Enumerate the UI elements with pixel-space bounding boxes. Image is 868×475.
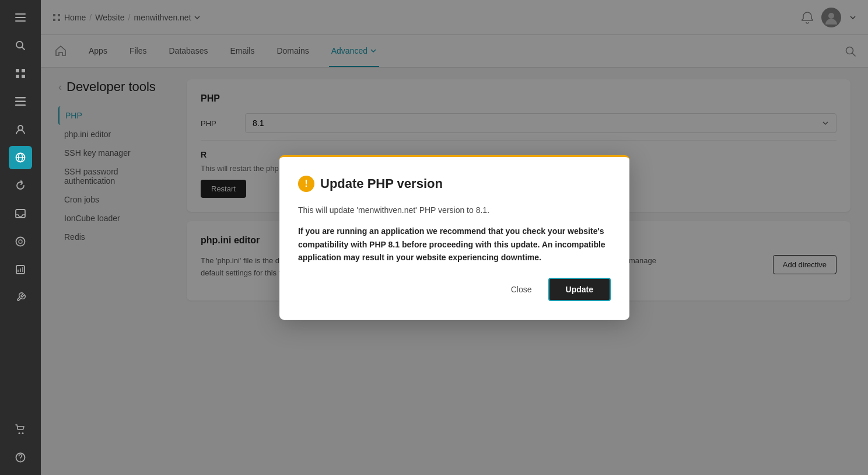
search-sidebar-icon[interactable] (9, 34, 32, 57)
inbox-sidebar-icon[interactable] (9, 202, 32, 225)
svg-point-23 (19, 432, 20, 434)
svg-point-26 (20, 460, 21, 461)
sidebar (0, 0, 41, 475)
svg-point-17 (16, 238, 25, 246)
svg-rect-0 (15, 13, 26, 15)
globe-sidebar-icon[interactable] (9, 146, 32, 169)
tools-sidebar-icon[interactable] (9, 286, 32, 309)
svg-rect-5 (16, 69, 19, 72)
user-sidebar-icon[interactable] (9, 118, 32, 141)
list-sidebar-icon[interactable] (9, 90, 32, 113)
svg-rect-7 (16, 75, 19, 78)
svg-rect-9 (15, 97, 26, 99)
dialog-body: This will update 'menwithven.net' PHP ve… (298, 204, 611, 264)
cart-sidebar-icon[interactable] (9, 418, 32, 441)
update-php-dialog: ! Update PHP version This will update 'm… (279, 155, 629, 320)
dialog-actions: Close Update (298, 278, 611, 301)
dialog-desc: This will update 'menwithven.net' PHP ve… (298, 204, 611, 216)
update-button[interactable]: Update (548, 278, 611, 301)
modal-overlay: ! Update PHP version This will update 'm… (41, 0, 868, 475)
svg-rect-1 (15, 17, 26, 18)
svg-rect-10 (15, 101, 26, 103)
svg-rect-8 (22, 75, 25, 78)
warning-icon: ! (298, 176, 314, 192)
svg-rect-2 (15, 20, 26, 22)
main-wrapper: Home / Website / menwithven.net Apps Fil… (41, 0, 868, 475)
menu-icon[interactable] (9, 6, 32, 29)
svg-rect-6 (22, 69, 25, 72)
profile-sidebar-icon[interactable] (9, 230, 32, 253)
svg-point-18 (19, 240, 22, 243)
dialog-title: ! Update PHP version (298, 176, 611, 192)
close-button[interactable]: Close (502, 278, 541, 301)
grid-sidebar-icon[interactable] (9, 62, 32, 85)
report-sidebar-icon[interactable] (9, 258, 32, 281)
dialog-warning: If you are running an application we rec… (298, 225, 611, 264)
svg-line-4 (22, 47, 25, 50)
refresh-sidebar-icon[interactable] (9, 174, 32, 197)
help-sidebar-icon[interactable] (9, 446, 32, 469)
svg-rect-11 (15, 104, 26, 106)
svg-point-24 (22, 432, 24, 434)
svg-point-12 (18, 125, 23, 130)
